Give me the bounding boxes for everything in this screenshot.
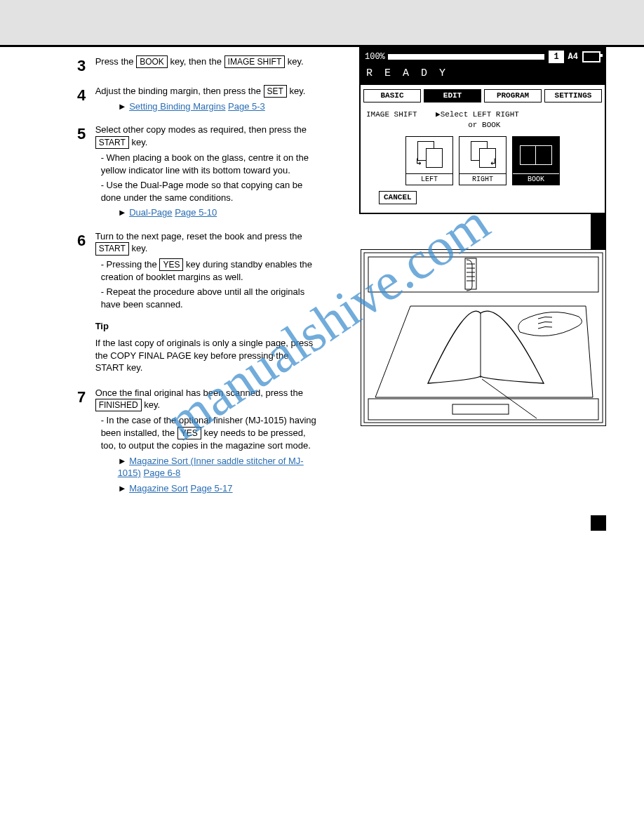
step-3-text-a: Press the xyxy=(95,56,137,67)
step-4-number: 4 xyxy=(77,85,93,106)
set-key-label: SET xyxy=(264,85,287,98)
step-6-text-b: key. xyxy=(131,243,147,253)
tip-body: If the last copy of originals is only a … xyxy=(95,337,320,374)
start-key-label: START xyxy=(95,136,129,149)
arrow-icon: ► xyxy=(118,101,127,112)
svg-rect-2 xyxy=(465,258,476,289)
see-binding-margins-page[interactable]: Page 5-3 xyxy=(228,101,265,112)
step-4-text-b: key. xyxy=(290,86,306,96)
cancel-button[interactable]: CANCEL xyxy=(379,191,417,204)
step-5-text-b: key. xyxy=(131,137,147,147)
paper-size: A4 xyxy=(568,51,578,62)
step-3-text-b: key, then the xyxy=(170,56,224,67)
step-5: 5 Select other copy modes as required, t… xyxy=(77,124,326,221)
shift-option-right[interactable]: ↲ RIGHT xyxy=(459,136,507,186)
step-7-text-a: Once the final original has been scanned… xyxy=(95,388,303,398)
page-content: manualshive.com 3 Press the BOOK key, th… xyxy=(0,47,644,534)
top-band xyxy=(0,0,644,47)
arrow-icon: ► xyxy=(118,207,127,218)
book-key-label: BOOK xyxy=(136,55,168,68)
shift-option-right-label: RIGHT xyxy=(459,173,506,185)
step-7-number: 7 xyxy=(77,387,93,408)
image-shift-hint: ▶Select LEFT RIGHT xyxy=(436,110,519,119)
step-6-text-a: Turn to the next page, reset the book an… xyxy=(95,231,302,241)
step-6-note-a: - Pressing the xyxy=(101,259,160,270)
yes-key-label: YES xyxy=(159,258,183,271)
page-corner-box xyxy=(591,515,606,531)
see-dual-page[interactable]: Dual-Page xyxy=(129,207,172,218)
arrow-icon: ► xyxy=(118,483,127,494)
ready-status: R E A D Y xyxy=(361,65,605,85)
image-shift-label: IMAGE SHIFT xyxy=(366,110,417,119)
shift-option-left-label: LEFT xyxy=(406,173,452,185)
book-on-glass-illustration xyxy=(361,249,606,426)
yes-key-label-2: YES xyxy=(177,427,201,439)
zoom-value: 100% xyxy=(365,51,385,62)
image-shift-key-label: IMAGE SHIFT xyxy=(224,55,286,68)
step-3-number: 3 xyxy=(77,55,93,77)
tab-edit[interactable]: EDIT xyxy=(424,89,481,102)
image-shift-hint-2: or BOOK xyxy=(468,121,500,129)
step-5-note1: - When placing a book on the glass, cent… xyxy=(101,152,320,176)
copy-count: 1 xyxy=(549,51,563,63)
zoom-bar xyxy=(388,54,545,60)
tab-settings[interactable]: SETTINGS xyxy=(544,89,602,102)
step-3: 3 Press the BOOK key, then the IMAGE SHI… xyxy=(77,55,326,77)
lcd-screen-image-shift: 100% 1 A4 R E A D Y BASIC EDIT PROGRAM S… xyxy=(359,47,606,214)
step-7: 7 Once the final original has been scann… xyxy=(77,387,326,498)
finished-key-label: FINISHED xyxy=(95,399,142,411)
step-5-number: 5 xyxy=(77,124,93,145)
shift-option-book[interactable]: BOOK xyxy=(512,136,560,186)
shift-option-book-label: BOOK xyxy=(513,173,559,185)
screen1-tabs: BASIC EDIT PROGRAM SETTINGS xyxy=(361,85,605,107)
step-7-text-b: key. xyxy=(144,399,160,410)
shift-option-left[interactable]: ↳ LEFT xyxy=(405,136,453,186)
see-magsort-1-page[interactable]: Page 6-8 xyxy=(144,468,181,478)
step-3-text-c: key. xyxy=(288,56,304,67)
see-magsort-2-page[interactable]: Page 5-17 xyxy=(191,483,233,494)
step-6-number: 6 xyxy=(77,230,93,251)
tab-basic[interactable]: BASIC xyxy=(363,89,421,102)
tip-heading: Tip xyxy=(95,321,109,331)
step-6-cont: - Repeat the procedure above until all t… xyxy=(101,286,320,310)
see-magsort-2[interactable]: Magazine Sort xyxy=(129,483,188,494)
svg-rect-4 xyxy=(452,404,509,414)
start-key-label-2: START xyxy=(95,242,129,255)
svg-rect-1 xyxy=(368,257,598,292)
tab-program[interactable]: PROGRAM xyxy=(484,89,542,102)
step-5-text-a: Select other copy modes as required, the… xyxy=(95,124,307,135)
step-4-text-a: Adjust the binding margin, then press th… xyxy=(95,86,264,96)
arrow-icon: ► xyxy=(118,456,127,466)
step-4: 4 Adjust the binding margin, then press … xyxy=(77,85,326,116)
see-binding-margins[interactable]: Setting Binding Margins xyxy=(129,101,225,112)
see-dual-page-page[interactable]: Page 5-10 xyxy=(175,207,217,218)
battery-icon xyxy=(582,51,601,62)
step-5-note2: - Use the Dual-Page mode so that copying… xyxy=(101,179,320,204)
step-6: 6 Turn to the next page, reset the book … xyxy=(77,230,326,378)
